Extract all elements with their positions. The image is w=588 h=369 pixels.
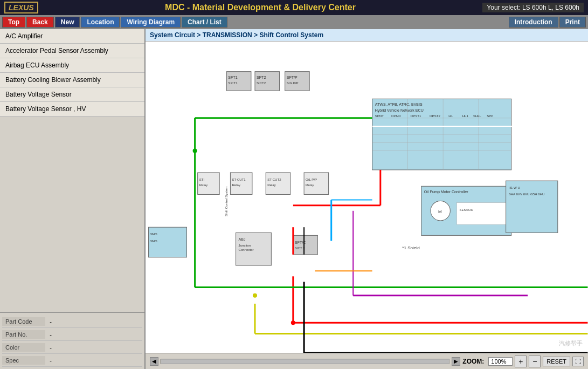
- svg-text:SIG.P/P: SIG.P/P: [287, 81, 299, 85]
- part-no-value: -: [45, 331, 56, 338]
- svg-text:HL1: HL1: [462, 114, 469, 118]
- diagram-area[interactable]: SFT1 SICT1 SFT2 SICT2 SFT/P SIG.P/P ATWS…: [146, 42, 588, 353]
- scroll-track[interactable]: [161, 359, 449, 364]
- color-label: Color: [2, 343, 45, 352]
- sidebar-item[interactable]: Accelerator Pedal Sensor Assembly: [0, 44, 144, 58]
- watermark: 汽修帮手: [559, 339, 583, 347]
- svg-text:SICT2: SICT2: [257, 81, 266, 85]
- spec-row: Spec -: [2, 354, 142, 367]
- wiring-diagram-button[interactable]: Wiring Diagram: [121, 17, 181, 28]
- svg-text:Shift Control System: Shift Control System: [225, 187, 228, 216]
- svg-text:SICT1: SICT1: [228, 81, 238, 85]
- reset-button[interactable]: RESET: [543, 357, 570, 366]
- svg-text:Hybrid Vehicle Network ECU: Hybrid Vehicle Network ECU: [375, 108, 424, 113]
- svg-text:H1 W U: H1 W U: [509, 186, 520, 189]
- zoom-out-button[interactable]: −: [529, 356, 541, 367]
- back-button[interactable]: Back: [26, 17, 54, 28]
- sidebar-item[interactable]: Airbag ECU Assembly: [0, 58, 144, 73]
- svg-text:*1 Shield: *1 Shield: [402, 245, 419, 250]
- sidebar-list[interactable]: A/C AmplifierAccelerator Pedal Sensor As…: [0, 29, 144, 313]
- sidebar-item[interactable]: Battery Voltage Sensor: [0, 87, 144, 102]
- zoom-label: ZOOM:: [462, 358, 484, 365]
- fit-button[interactable]: ⛶: [572, 357, 584, 366]
- svg-text:SFT2: SFT2: [257, 76, 266, 80]
- scroll-right-button[interactable]: ▶: [452, 357, 460, 366]
- svg-text:SFT1: SFT1: [228, 76, 237, 80]
- svg-point-77: [193, 148, 197, 153]
- svg-text:Oil Pump Motor Controller: Oil Pump Motor Controller: [424, 190, 468, 194]
- app-title: MDC - Material Development & Delivery Ce…: [38, 3, 483, 12]
- spec-value: -: [45, 357, 56, 364]
- svg-text:Relay: Relay: [306, 183, 314, 187]
- location-button[interactable]: Location: [81, 17, 120, 28]
- svg-text:Relay: Relay: [199, 183, 208, 187]
- svg-text:M: M: [438, 209, 442, 214]
- svg-text:3MO: 3MO: [150, 240, 157, 243]
- part-code-label: Part Code: [2, 317, 45, 326]
- sidebar-item[interactable]: A/C Amplifier: [0, 29, 144, 44]
- svg-text:SPP: SPP: [487, 114, 493, 118]
- scroll-left-button[interactable]: ◀: [150, 357, 158, 366]
- svg-text:Junction: Junction: [239, 244, 251, 247]
- part-details: Part Code - Part No. - Color - Spec -: [0, 313, 144, 369]
- svg-rect-25: [457, 203, 506, 224]
- svg-text:O/L P/P: O/L P/P: [306, 178, 317, 181]
- sidebar-item[interactable]: Battery Cooling Blower Assembly: [0, 73, 144, 87]
- sidebar: A/C AmplifierAccelerator Pedal Sensor As…: [0, 29, 146, 369]
- svg-point-79: [291, 320, 295, 325]
- content-area: System Circuit > TRANSMISSION > Shift Co…: [146, 29, 588, 369]
- svg-text:Relay: Relay: [232, 183, 240, 187]
- color-value: -: [45, 344, 56, 351]
- svg-text:Relay: Relay: [267, 183, 276, 187]
- logo-area: LEXUS: [4, 2, 38, 13]
- part-no-label: Part No.: [2, 330, 45, 339]
- svg-text:ABJ: ABJ: [239, 237, 246, 242]
- part-code-row: Part Code -: [2, 315, 142, 328]
- breadcrumb: System Circuit > TRANSMISSION > Shift Co…: [146, 29, 588, 42]
- new-button[interactable]: New: [55, 17, 80, 28]
- bottom-bar: ◀ ▶ ZOOM: + − RESET ⛶: [146, 353, 588, 369]
- svg-text:STI: STI: [199, 178, 205, 181]
- svg-text:SENSOR: SENSOR: [460, 208, 474, 211]
- svg-text:SHLL: SHLL: [473, 114, 482, 118]
- part-code-value: -: [45, 318, 56, 325]
- zoom-input[interactable]: [488, 357, 513, 366]
- svg-rect-31: [293, 235, 318, 254]
- svg-text:ATWS, ATFB, ATRC, BVBIS: ATWS, ATFB, ATRC, BVBIS: [375, 102, 423, 107]
- svg-text:H1: H1: [448, 114, 453, 118]
- svg-text:SPNT: SPNT: [375, 114, 384, 118]
- svg-point-78: [253, 293, 257, 298]
- svg-text:SHA 6VV 6VU G5H 6HU: SHA 6VV 6VU G5H 6HU: [509, 193, 545, 196]
- sidebar-item[interactable]: Battery Voltage Sensor , HV: [0, 102, 144, 117]
- svg-text:OPST2: OPST2: [430, 114, 441, 118]
- svg-text:SFT/P: SFT/P: [287, 76, 298, 80]
- introduction-button[interactable]: Introduction: [509, 17, 558, 28]
- color-row: Color -: [2, 341, 142, 354]
- top-button[interactable]: Top: [2, 17, 25, 28]
- svg-text:ST-CUT1: ST-CUT1: [232, 178, 246, 181]
- svg-text:3MO: 3MO: [150, 233, 157, 236]
- svg-text:OPST1: OPST1: [410, 114, 421, 118]
- print-button[interactable]: Print: [559, 17, 586, 28]
- zoom-in-button[interactable]: +: [515, 356, 527, 367]
- vehicle-select: Your select: LS 600h L, LS 600h: [482, 3, 584, 12]
- svg-text:OPND: OPND: [391, 114, 401, 118]
- toolbar: Top Back New Location Wiring Diagram Cha…: [0, 15, 588, 29]
- chart-list-button[interactable]: Chart / List: [182, 17, 227, 28]
- part-no-row: Part No. -: [2, 328, 142, 341]
- spec-label: Spec: [2, 356, 45, 365]
- lexus-logo: LEXUS: [4, 2, 38, 13]
- main-area: A/C AmplifierAccelerator Pedal Sensor As…: [0, 29, 588, 369]
- svg-text:Connector: Connector: [239, 248, 254, 251]
- header: LEXUS MDC - Material Development & Deliv…: [0, 0, 588, 15]
- wiring-diagram: SFT1 SICT1 SFT2 SICT2 SFT/P SIG.P/P ATWS…: [146, 42, 588, 353]
- svg-text:ST-CUT2: ST-CUT2: [267, 178, 281, 181]
